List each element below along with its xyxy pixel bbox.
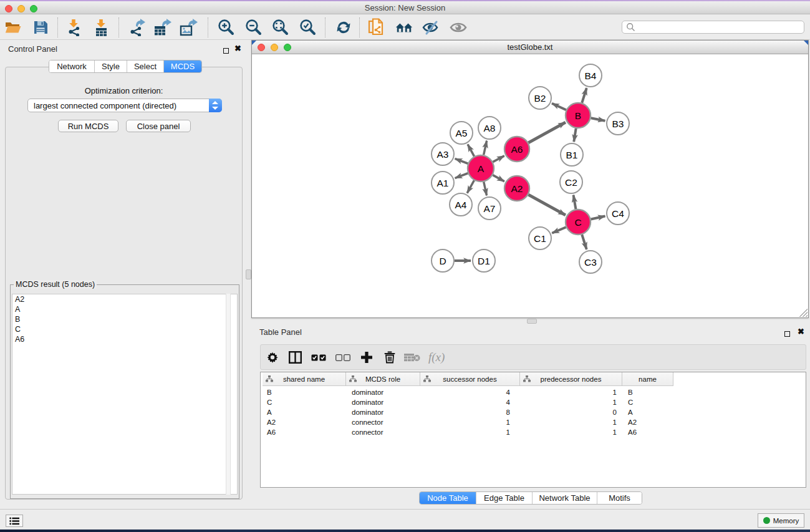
table-cell[interactable]: 1 bbox=[520, 397, 622, 407]
zoom-fit-icon[interactable] bbox=[271, 18, 289, 37]
refresh-icon[interactable] bbox=[334, 18, 353, 37]
table-cell[interactable]: C bbox=[622, 397, 673, 407]
float-table-panel-icon[interactable] bbox=[784, 328, 790, 339]
open-file-icon[interactable] bbox=[4, 18, 22, 37]
graph-node-A7[interactable]: A7 bbox=[478, 197, 501, 220]
zoom-selected-icon[interactable] bbox=[298, 18, 317, 37]
table-cell[interactable]: 8 bbox=[420, 407, 520, 417]
table-cell[interactable]: connector bbox=[346, 417, 420, 427]
run-mcds-button[interactable]: Run MCDS bbox=[58, 120, 118, 132]
graph-node-B[interactable]: B bbox=[566, 103, 591, 128]
table-cell[interactable]: C bbox=[263, 397, 346, 407]
export-network-icon[interactable] bbox=[127, 18, 146, 37]
tab-node-table[interactable]: Node Table bbox=[420, 492, 476, 504]
graph-node-A2[interactable]: A2 bbox=[504, 176, 529, 201]
graph-edge-B-B1[interactable] bbox=[574, 128, 576, 142]
tab-network-table[interactable]: Network Table bbox=[533, 492, 597, 504]
import-network-icon[interactable] bbox=[65, 18, 84, 37]
graph-node-B1[interactable]: B1 bbox=[561, 143, 583, 166]
table-cell[interactable]: B bbox=[263, 387, 346, 397]
show-panels-list-button[interactable] bbox=[6, 515, 23, 527]
search-input[interactable] bbox=[622, 21, 804, 34]
vertical-splitter-handle[interactable] bbox=[246, 269, 251, 279]
graph-node-A6[interactable]: A6 bbox=[504, 137, 529, 162]
table-cell[interactable]: A bbox=[622, 407, 673, 417]
graph-edge-C-C3[interactable] bbox=[582, 235, 586, 249]
table-cell[interactable]: 1 bbox=[520, 427, 622, 437]
graph-node-A8[interactable]: A8 bbox=[478, 117, 501, 139]
graph-node-C2[interactable]: C2 bbox=[560, 171, 582, 193]
graph-edge-A-A6[interactable] bbox=[493, 156, 504, 162]
table-cell[interactable]: A6 bbox=[622, 427, 673, 437]
graph-edge-C-C2[interactable] bbox=[574, 195, 576, 210]
node-table[interactable]: shared nameMCDS rolesuccessor nodesprede… bbox=[260, 372, 806, 488]
table-cell[interactable]: A6 bbox=[263, 427, 346, 437]
add-column-icon[interactable] bbox=[357, 348, 376, 367]
graph-edge-C-C4[interactable] bbox=[591, 216, 605, 219]
table-cell[interactable]: 1 bbox=[420, 427, 520, 437]
column-header-successor-nodes[interactable]: successor nodes bbox=[420, 372, 520, 386]
graph-node-A3[interactable]: A3 bbox=[432, 143, 454, 165]
table-cell[interactable]: connector bbox=[346, 427, 420, 437]
mcds-result-item[interactable]: A2 bbox=[12, 294, 237, 304]
graph-node-D[interactable]: D bbox=[432, 249, 454, 272]
graph-node-C1[interactable]: C1 bbox=[529, 227, 551, 249]
export-image-icon[interactable] bbox=[180, 18, 198, 37]
tab-edge-table[interactable]: Edge Table bbox=[476, 492, 533, 504]
table-cell[interactable]: dominator bbox=[346, 407, 420, 417]
duplicate-network-icon[interactable] bbox=[367, 18, 386, 37]
graph-node-D1[interactable]: D1 bbox=[473, 249, 495, 272]
network-window-titlebar[interactable]: testGlobe.txt bbox=[252, 41, 808, 54]
mcds-result-item[interactable]: A6 bbox=[12, 334, 237, 344]
first-neighbors-icon[interactable] bbox=[395, 18, 413, 37]
table-cell[interactable]: 1 bbox=[520, 417, 622, 427]
table-cell[interactable]: dominator bbox=[346, 397, 420, 407]
clear-checkboxes-icon[interactable] bbox=[334, 348, 352, 367]
result-list-scrollbar[interactable] bbox=[226, 294, 231, 495]
show-all-icon[interactable] bbox=[449, 18, 468, 37]
close-panel-icon[interactable]: ✖ bbox=[234, 42, 241, 54]
table-cell[interactable]: 1 bbox=[420, 417, 520, 427]
graph-node-B4[interactable]: B4 bbox=[579, 64, 602, 87]
column-header-name[interactable]: name bbox=[622, 372, 673, 386]
criterion-dropdown[interactable]: largest connected component (directed) bbox=[27, 99, 222, 112]
tab-select[interactable]: Select bbox=[127, 60, 164, 72]
table-settings-icon[interactable] bbox=[263, 348, 282, 367]
hide-selected-icon[interactable] bbox=[422, 18, 440, 37]
window-resize-corner-icon[interactable] bbox=[804, 41, 808, 45]
column-header-predecessor-nodes[interactable]: predecessor nodes bbox=[520, 372, 622, 386]
zoom-in-icon[interactable] bbox=[216, 18, 235, 37]
graph-edge-A-A3[interactable] bbox=[455, 158, 468, 163]
table-cell[interactable]: dominator bbox=[346, 387, 420, 397]
graph-node-A5[interactable]: A5 bbox=[450, 122, 473, 144]
graph-edge-A6-B[interactable] bbox=[528, 122, 565, 143]
graph-edge-A-A4[interactable] bbox=[467, 180, 474, 193]
table-cell[interactable]: 1 bbox=[520, 387, 622, 397]
graph-node-B2[interactable]: B2 bbox=[529, 87, 551, 109]
graph-node-B3[interactable]: B3 bbox=[607, 112, 629, 135]
graph-edge-A-A8[interactable] bbox=[484, 141, 487, 155]
graph-node-C4[interactable]: C4 bbox=[607, 202, 629, 225]
network-graph-canvas[interactable]: B4B2BB3A8A5A6A3B1AA1C2A2A4A7C4CC1C3DD1 bbox=[252, 54, 808, 317]
column-header-shared-name[interactable]: shared name bbox=[263, 372, 346, 386]
graph-node-C[interactable]: C bbox=[566, 210, 591, 235]
delete-table-icon[interactable] bbox=[403, 348, 422, 367]
select-all-checkboxes-icon[interactable] bbox=[309, 348, 328, 367]
graph-node-C3[interactable]: C3 bbox=[579, 251, 602, 273]
graph-edge-A-A1[interactable] bbox=[455, 173, 468, 178]
export-table-icon[interactable] bbox=[153, 18, 172, 37]
table-cell[interactable]: A bbox=[263, 407, 346, 417]
graph-edge-B-B2[interactable] bbox=[552, 104, 566, 110]
tab-style[interactable]: Style bbox=[95, 60, 127, 72]
memory-status-button[interactable]: Memory bbox=[758, 513, 804, 528]
graph-edge-A-A2[interactable] bbox=[493, 175, 504, 181]
graph-edge-A-A7[interactable] bbox=[484, 181, 487, 195]
graph-node-A1[interactable]: A1 bbox=[432, 172, 454, 194]
graph-edge-C-C1[interactable] bbox=[552, 227, 566, 233]
table-cell[interactable]: A2 bbox=[622, 417, 673, 427]
graph-node-A[interactable]: A bbox=[468, 155, 494, 181]
window-resize-grip[interactable] bbox=[799, 309, 808, 317]
mcds-result-item[interactable]: A bbox=[12, 304, 237, 314]
table-cell[interactable]: 4 bbox=[420, 397, 520, 407]
mcds-result-list[interactable]: A2ABCA6 bbox=[12, 294, 238, 495]
